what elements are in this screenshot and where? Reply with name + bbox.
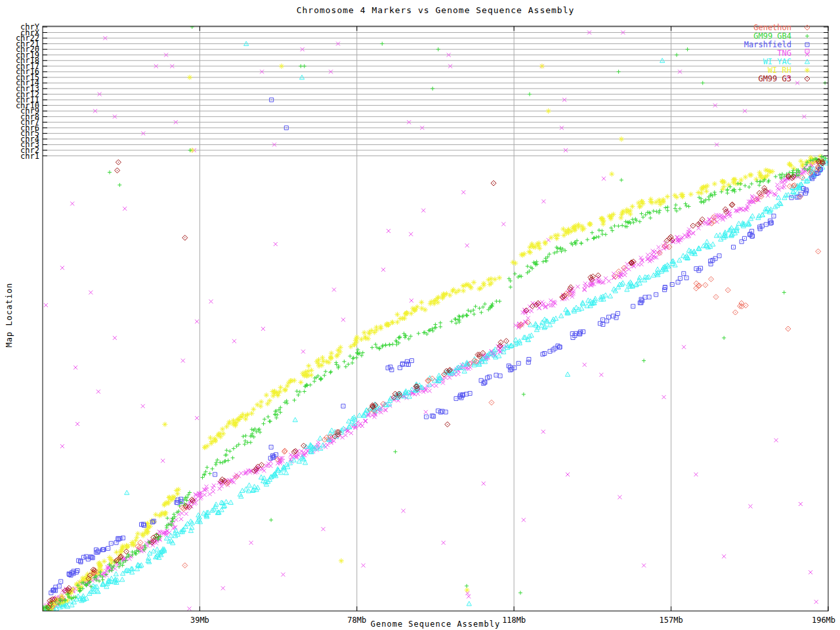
marker-point (428, 389, 432, 393)
marker-point (541, 430, 545, 434)
marker-point (195, 320, 199, 324)
marker-point (306, 364, 311, 369)
marker-point (722, 336, 726, 340)
marker-point (328, 371, 332, 375)
marker-point (732, 245, 736, 249)
marker-point (772, 214, 776, 218)
marker-point (410, 359, 413, 363)
marker-point (607, 279, 611, 283)
legend-label-genethon: Genethon (753, 23, 791, 32)
marker-point (250, 427, 254, 431)
marker-point (579, 241, 583, 245)
marker-point (316, 364, 322, 369)
marker-point (467, 595, 471, 598)
legend-marker-wi-yac (805, 59, 809, 64)
marker-point (474, 304, 478, 308)
marker-point (109, 541, 113, 545)
marker-point (718, 233, 723, 238)
marker-point (738, 188, 742, 192)
marker-point (235, 444, 239, 448)
marker-point (782, 291, 786, 295)
marker-point (102, 558, 107, 564)
chromosome-marker-plot: Chromosome 4 Markers vs Genome Sequence … (0, 0, 840, 630)
marker-point (435, 300, 440, 305)
marker-point (590, 231, 594, 235)
marker-point (279, 64, 284, 69)
marker-point (743, 175, 748, 180)
marker-point (776, 183, 780, 187)
marker-point (463, 283, 468, 288)
marker-point (190, 25, 194, 29)
marker-point (478, 306, 482, 310)
marker-point (291, 378, 297, 383)
marker-point (504, 339, 509, 344)
chromosome-labels: chrYchrXchr22chr21chr20chr19chr18chr17ch… (16, 22, 40, 161)
marker-point (402, 316, 407, 321)
marker-point (187, 75, 192, 80)
marker-point (434, 384, 438, 388)
marker-point (651, 249, 655, 253)
marker-point (236, 417, 242, 422)
marker-point (243, 413, 249, 419)
marker-point (624, 207, 629, 212)
marker-point (209, 441, 214, 446)
marker-point (440, 295, 445, 301)
marker-point (743, 184, 747, 188)
series-gm99-g3 (46, 158, 826, 610)
marker-point (436, 409, 440, 413)
marker-point (226, 459, 230, 463)
marker-point (678, 207, 682, 211)
marker-point (320, 377, 324, 381)
marker-point (516, 362, 520, 366)
marker-point (661, 200, 666, 205)
marker-point (394, 312, 400, 317)
marker-point (465, 587, 470, 593)
marker-point (616, 312, 620, 316)
marker-point (360, 424, 364, 428)
marker-point (694, 472, 698, 476)
marker-point (247, 483, 251, 488)
marker-point (658, 209, 662, 213)
marker-point (530, 242, 535, 247)
y-axis-title: Map Location (5, 283, 14, 348)
marker-point (393, 450, 397, 453)
marker-point (390, 368, 394, 372)
marker-point (362, 564, 366, 568)
marker-point (421, 209, 425, 213)
marker-point (713, 295, 719, 300)
marker-point (522, 392, 526, 396)
marker-point (209, 299, 213, 303)
marker-point (188, 607, 192, 611)
marker-point (539, 64, 545, 69)
marker-point (607, 315, 611, 319)
marker-point (261, 327, 265, 331)
marker-point (266, 415, 270, 419)
marker-point (528, 93, 532, 96)
marker-point (278, 385, 284, 390)
marker-point (465, 584, 469, 588)
marker-point (637, 262, 640, 266)
marker-point (295, 389, 299, 393)
marker-point (494, 299, 498, 303)
marker-point (228, 500, 233, 505)
marker-point (472, 312, 476, 316)
marker-point (195, 416, 199, 420)
marker-point (249, 541, 253, 545)
marker-point (77, 585, 82, 591)
legend: GenethonGM99 GB4MarshfieldTNGWI YACWI RH… (744, 23, 810, 83)
marker-point (677, 258, 682, 262)
marker-point (716, 216, 720, 220)
marker-point (648, 211, 652, 215)
marker-point (231, 456, 235, 460)
marker-point (618, 495, 621, 499)
marker-point (182, 235, 188, 240)
marker-point (322, 527, 326, 531)
marker-point (211, 467, 215, 471)
marker-point (733, 310, 738, 315)
marker-point (208, 492, 212, 496)
marker-point (258, 404, 263, 409)
marker-point (701, 81, 705, 85)
marker-point (45, 611, 51, 616)
marker-point (599, 373, 603, 377)
marker-point (513, 366, 516, 370)
